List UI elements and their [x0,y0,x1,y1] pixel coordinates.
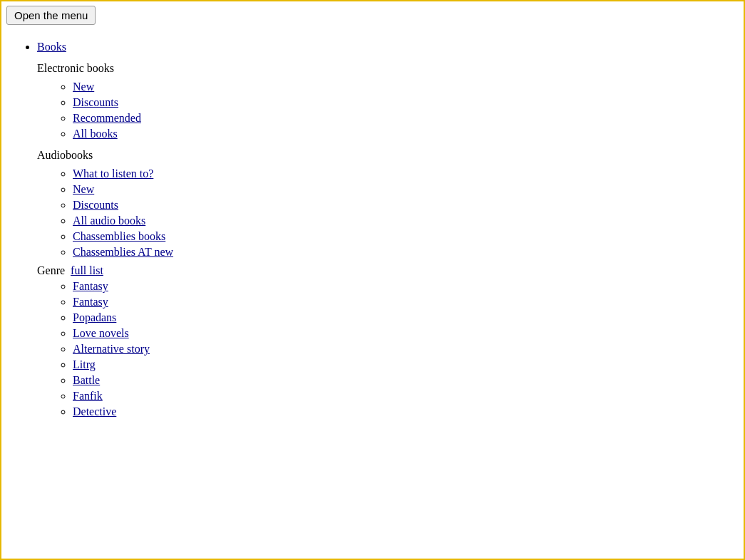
list-item: All books [73,128,729,140]
genre-list: Fantasy Fantasy Popadans Love novels Alt… [37,280,729,418]
genre-alternative-story-link[interactable]: Alternative story [73,343,150,355]
list-item: New [73,81,729,93]
page-container: Open the menu Books Electronic books New… [0,0,745,560]
list-item: Detective [73,405,729,418]
ebook-allbooks-link[interactable]: All books [73,128,118,140]
books-list-item: Books Electronic books New Discounts Rec… [37,41,729,418]
list-item: Alternative story [73,343,729,356]
open-menu-button[interactable]: Open the menu [6,6,96,25]
list-item: Chassemblies AT new [73,246,729,259]
list-item: Litrg [73,358,729,371]
list-item: Discounts [73,199,729,212]
genre-battle-link[interactable]: Battle [73,374,100,386]
genre-detective-link[interactable]: Detective [73,405,116,418]
genre-full-list-link[interactable]: full list [71,264,103,276]
list-item: Popadans [73,311,729,324]
audio-new-link[interactable]: New [73,183,94,195]
list-item: New [73,183,729,196]
audio-discounts-link[interactable]: Discounts [73,199,118,211]
electronic-books-list: New Discounts Recommended All books [37,81,729,140]
ebook-discounts-link[interactable]: Discounts [73,96,118,108]
genre-popadans-link[interactable]: Popadans [73,311,116,323]
main-content: Books Electronic books New Discounts Rec… [1,1,744,438]
genre-litrg-link[interactable]: Litrg [73,358,96,370]
top-nav-list: Books Electronic books New Discounts Rec… [16,41,729,418]
list-item: All audio books [73,214,729,227]
audio-allbooks-link[interactable]: All audio books [73,214,145,227]
list-item: Battle [73,374,729,387]
audiobooks-list: What to listen to? New Discounts All aud… [37,167,729,259]
genre-fantasy1-link[interactable]: Fantasy [73,280,108,292]
list-item: Fantasy [73,296,729,308]
genre-fanfik-link[interactable]: Fanfik [73,390,103,402]
genre-prefix-text: Genre [37,264,65,276]
ebook-recommended-link[interactable]: Recommended [73,112,141,124]
genre-header: Genre full list [37,264,729,277]
electronic-books-title: Electronic books [37,62,729,75]
audiobooks-title: Audiobooks [37,149,729,162]
list-item: What to listen to? [73,167,729,180]
audio-chassemblies-link[interactable]: Chassemblies books [73,230,165,242]
list-item: Fantasy [73,280,729,293]
genre-fantasy2-link[interactable]: Fantasy [73,296,108,308]
genre-love-novels-link[interactable]: Love novels [73,327,129,339]
audio-what-link[interactable]: What to listen to? [73,167,153,180]
list-item: Love novels [73,327,729,340]
list-item: Fanfik [73,390,729,403]
books-link[interactable]: Books [37,41,66,53]
audio-chassemblies-new-link[interactable]: Chassemblies AT new [73,246,173,258]
ebook-new-link[interactable]: New [73,81,94,93]
list-item: Recommended [73,112,729,125]
list-item: Chassemblies books [73,230,729,243]
list-item: Discounts [73,96,729,109]
